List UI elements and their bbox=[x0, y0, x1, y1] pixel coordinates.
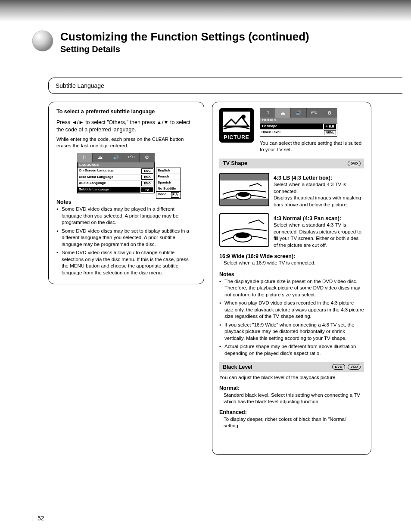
picture-section-icon: PICTURE bbox=[219, 108, 254, 143]
svg-point-0 bbox=[32, 31, 53, 51]
svg-point-4 bbox=[238, 192, 249, 197]
osd-category: LANGUAGE bbox=[78, 162, 154, 168]
osd-row: Black LevelNRML bbox=[260, 130, 337, 136]
note-item: When you play DVD video discs recorded i… bbox=[219, 300, 364, 320]
osd-picture-screenshot: ⚐ ⛰ 🔊 PᴳC ⚙ PICTURE TV Shape4:3LB Black … bbox=[260, 108, 337, 137]
note-item: Some DVD video discs may be played in a … bbox=[56, 206, 196, 226]
notes-list: The displayable picture size is preset o… bbox=[219, 278, 364, 357]
osd-tab-display: PᴳC bbox=[307, 108, 322, 118]
section-banner: Subtitle Language bbox=[48, 78, 402, 94]
tv-shape-header: TV Shape DVD bbox=[219, 159, 364, 168]
osd-row: TV Shape4:3LB bbox=[260, 124, 337, 130]
svg-point-2 bbox=[241, 115, 246, 119]
picture-intro: You can select the picture setting that … bbox=[260, 140, 364, 153]
osd-row: Subtitle LanguagePA bbox=[78, 187, 154, 193]
option-desc: Select when a standard 4:3 TV is connect… bbox=[274, 222, 364, 249]
notes-heading: Notes bbox=[219, 271, 364, 278]
osd-row: Disc Menu LanguageENG bbox=[78, 174, 154, 180]
osd-language-screenshot: ⚐ ⛰ 🔊 PᴳC ⚙ LANGUAGE On-Screen LanguageE… bbox=[77, 153, 196, 194]
option-title: 16:9 Wide (16:9 Wide screen): bbox=[219, 253, 364, 260]
black-level-header: Black Level DVD VCD bbox=[219, 362, 364, 372]
section-sphere-icon bbox=[32, 30, 53, 52]
osd-tabs: ⚐ ⛰ 🔊 PᴳC ⚙ bbox=[77, 153, 155, 162]
option-desc: Displays theatrical images with masking … bbox=[274, 195, 364, 208]
left-paragraph-1: Press ◄/► to select "Others," then press… bbox=[56, 119, 196, 134]
triangle-up-icon: ▲ bbox=[156, 119, 162, 125]
picture-icon-label: PICTURE bbox=[224, 134, 249, 141]
note-item: The displayable picture size is preset o… bbox=[219, 278, 364, 299]
left-paragraph-2: While entering the code, each press on t… bbox=[56, 136, 196, 149]
note-item: If you select "16:9 Wide" when connectin… bbox=[219, 322, 364, 342]
option-title: 4:3 LB (4:3 Letter box): bbox=[274, 174, 364, 182]
page-title: Customizing the Function Settings (conti… bbox=[60, 30, 394, 44]
note-item: Some DVD video discs allow you to change… bbox=[56, 249, 196, 276]
option-desc: Select when a 16:9 wide TV is connected. bbox=[224, 260, 364, 267]
option-desc: Standard black level. Select this settin… bbox=[224, 392, 364, 405]
notes-list: Some DVD video discs may be played in a … bbox=[56, 206, 196, 276]
dvd-badge-icon: DVD bbox=[332, 364, 345, 370]
osd-tab-operation: ⚙ bbox=[140, 153, 155, 162]
page-number: 52 bbox=[32, 515, 44, 522]
osd-row: Audio LanguageENG bbox=[78, 180, 154, 187]
right-panel: PICTURE ⚐ ⛰ 🔊 PᴳC ⚙ PICTURE TV Shape4:3L… bbox=[212, 102, 371, 455]
notes-heading: Notes bbox=[56, 199, 196, 206]
left-heading: To select a preferred subtitle language bbox=[56, 108, 196, 115]
option-desc: To display deeper, richer colors of blac… bbox=[224, 416, 364, 429]
vcd-badge-icon: VCD bbox=[348, 364, 361, 370]
triangle-left-icon: ◄ bbox=[72, 119, 77, 125]
osd-tab-audio: 🔊 bbox=[291, 108, 306, 118]
osd-tab-picture: ⛰ bbox=[275, 108, 291, 118]
osd-category: PICTURE bbox=[260, 118, 337, 124]
option-desc: Select when a standard 4:3 TV is connect… bbox=[274, 181, 364, 195]
osd-code-box: Code P A bbox=[156, 191, 181, 199]
osd-tab-picture: ⛰ bbox=[93, 153, 108, 162]
tv-sample-letterbox bbox=[219, 173, 269, 206]
osd-tab-operation: ⚙ bbox=[322, 108, 337, 118]
note-item: Some DVD video discs may be set to displ… bbox=[56, 228, 196, 248]
tv-sample-panscan bbox=[219, 213, 269, 247]
black-level-intro: You can adjust the black level of the pl… bbox=[219, 374, 364, 381]
osd-tab-language: ⚐ bbox=[77, 153, 93, 162]
dvd-badge-icon: DVD bbox=[348, 161, 361, 166]
note-item: Actual picture shape may be different fr… bbox=[219, 343, 364, 357]
osd-tab-audio: 🔊 bbox=[108, 153, 124, 162]
option-title: Normal: bbox=[219, 385, 364, 392]
osd-tab-display: PᴳC bbox=[124, 153, 140, 162]
svg-point-6 bbox=[236, 232, 250, 238]
osd-row: On-Screen LanguageENG bbox=[78, 168, 154, 174]
option-title: 4:3 Normal (4:3 Pan scan): bbox=[274, 215, 364, 222]
left-panel: To select a preferred subtitle language … bbox=[48, 102, 204, 284]
top-gradient bbox=[0, 0, 411, 22]
triangle-down-icon: ▼ bbox=[163, 119, 168, 125]
option-title: Enhanced: bbox=[219, 409, 364, 416]
page-title-block: Customizing the Function Settings (conti… bbox=[60, 30, 394, 54]
osd-tab-language: ⚐ bbox=[260, 108, 275, 118]
banner-text: Subtitle Language bbox=[56, 82, 104, 89]
page-subtitle: Setting Details bbox=[60, 44, 394, 54]
triangle-right-icon: ► bbox=[78, 119, 84, 125]
